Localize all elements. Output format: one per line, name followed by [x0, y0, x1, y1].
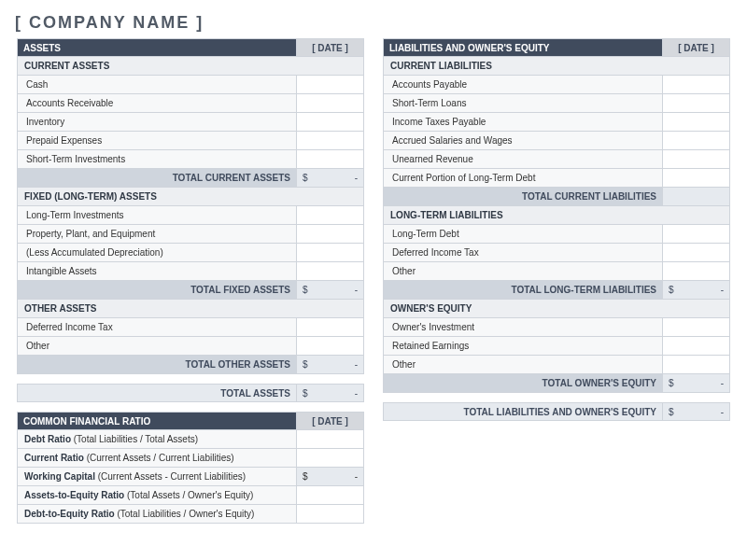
line-value[interactable] — [297, 113, 364, 132]
ratio-label: Debt-to-Equity Ratio (Total Liabilities … — [17, 505, 297, 524]
line-label: Income Taxes Payable — [383, 113, 663, 132]
line-value[interactable] — [663, 132, 730, 150]
line-value[interactable] — [663, 337, 730, 356]
total-current-liabilities-label: TOTAL CURRENT LIABILITIES — [383, 188, 663, 206]
line-label: Owner's Investment — [383, 318, 663, 337]
ratio-value: $- — [297, 468, 364, 486]
line-label: Accounts Receivable — [17, 94, 297, 113]
line-label: Intangible Assets — [17, 262, 297, 281]
line-value[interactable] — [663, 150, 730, 169]
liabilities-date-header[interactable]: [ DATE ] — [663, 38, 730, 57]
line-label: Accrued Salaries and Wages — [383, 132, 663, 150]
ratio-value — [297, 505, 364, 524]
line-value[interactable] — [663, 262, 730, 281]
line-value[interactable] — [663, 169, 730, 188]
total-fixed-assets-label: TOTAL FIXED ASSETS — [17, 281, 297, 300]
line-value[interactable] — [663, 318, 730, 337]
line-value[interactable] — [663, 225, 730, 244]
line-value[interactable] — [663, 356, 730, 374]
line-label: Short-Term Loans — [383, 94, 663, 113]
line-label: Other — [383, 262, 663, 281]
liabilities-header: LIABILITIES AND OWNER'S EQUITY — [383, 38, 663, 57]
line-value[interactable] — [297, 337, 364, 356]
ratio-value — [297, 430, 364, 449]
ratios-header: COMMON FINANCIAL RATIO — [17, 412, 297, 430]
total-assets-table: TOTAL ASSETS$- — [17, 384, 364, 402]
line-label: Inventory — [17, 113, 297, 132]
line-label: Short-Term Investments — [17, 150, 297, 169]
total-other-assets-value: $- — [297, 356, 364, 374]
total-current-liabilities-value — [663, 188, 730, 206]
line-value[interactable] — [297, 262, 364, 281]
total-assets-label: TOTAL ASSETS — [17, 384, 297, 402]
line-value[interactable] — [663, 113, 730, 132]
line-value[interactable] — [663, 76, 730, 94]
line-label: Long-Term Debt — [383, 225, 663, 244]
line-value[interactable] — [297, 318, 364, 337]
total-current-assets-label: TOTAL CURRENT ASSETS — [17, 169, 297, 188]
total-owners-equity-value: $- — [663, 374, 730, 393]
ratio-label: Debt Ratio (Total Liabilities / Total As… — [17, 430, 297, 449]
total-long-term-liabilities-label: TOTAL LONG-TERM LIABILITIES — [383, 281, 663, 300]
line-value[interactable] — [663, 244, 730, 262]
line-label: Cash — [17, 76, 297, 94]
total-liabilities-equity-label: TOTAL LIABILITIES AND OWNER'S EQUITY — [383, 402, 663, 421]
line-value[interactable] — [297, 206, 364, 225]
total-current-assets-value: $- — [297, 169, 364, 188]
line-label: Property, Plant, and Equipment — [17, 225, 297, 244]
line-value[interactable] — [297, 244, 364, 262]
ratio-value — [297, 486, 364, 505]
line-value[interactable] — [663, 94, 730, 113]
assets-header: ASSETS — [17, 38, 297, 57]
line-value[interactable] — [297, 94, 364, 113]
line-label: Deferred Income Tax — [383, 244, 663, 262]
total-assets-value: $- — [297, 384, 364, 402]
line-label: Long-Term Investments — [17, 206, 297, 225]
assets-date-header[interactable]: [ DATE ] — [297, 38, 364, 57]
total-long-term-liabilities-value: $- — [663, 281, 730, 300]
company-name: [ COMPANY NAME ] — [15, 13, 730, 33]
line-label: (Less Accumulated Depreciation) — [17, 244, 297, 262]
total-owners-equity-label: TOTAL OWNER'S EQUITY — [383, 374, 663, 393]
line-label: Prepaid Expenses — [17, 132, 297, 150]
fixed-assets-section: FIXED (LONG-TERM) ASSETS — [17, 188, 364, 206]
line-label: Deferred Income Tax — [17, 318, 297, 337]
line-label: Other — [383, 356, 663, 374]
other-assets-section: OTHER ASSETS — [17, 300, 364, 318]
line-label: Other — [17, 337, 297, 356]
liabilities-table: LIABILITIES AND OWNER'S EQUITY [ DATE ] … — [383, 38, 730, 393]
owners-equity-section: OWNER'S EQUITY — [383, 300, 730, 318]
ratio-value — [297, 449, 364, 468]
total-fixed-assets-value: $- — [297, 281, 364, 300]
long-term-liabilities-section: LONG-TERM LIABILITIES — [383, 206, 730, 225]
line-label: Accounts Payable — [383, 76, 663, 94]
line-value[interactable] — [297, 150, 364, 169]
ratio-label: Assets-to-Equity Ratio (Total Assets / O… — [17, 486, 297, 505]
total-liabilities-equity-table: TOTAL LIABILITIES AND OWNER'S EQUITY$- — [383, 402, 730, 421]
line-label: Unearned Revenue — [383, 150, 663, 169]
line-label: Current Portion of Long-Term Debt — [383, 169, 663, 188]
line-label: Retained Earnings — [383, 337, 663, 356]
line-value[interactable] — [297, 76, 364, 94]
ratio-label: Working Capital (Current Assets - Curren… — [17, 468, 297, 486]
ratios-table: COMMON FINANCIAL RATIO [ DATE ] Debt Rat… — [17, 412, 364, 524]
ratio-label: Current Ratio (Current Assets / Current … — [17, 449, 297, 468]
ratios-date-header[interactable]: [ DATE ] — [297, 412, 364, 430]
total-liabilities-equity-value: $- — [663, 402, 730, 421]
line-value[interactable] — [297, 132, 364, 150]
line-value[interactable] — [297, 225, 364, 244]
current-liabilities-section: CURRENT LIABILITIES — [383, 57, 730, 76]
assets-table: ASSETS [ DATE ] CURRENT ASSETS Cash Acco… — [17, 38, 364, 374]
total-other-assets-label: TOTAL OTHER ASSETS — [17, 356, 297, 374]
current-assets-section: CURRENT ASSETS — [17, 57, 364, 76]
